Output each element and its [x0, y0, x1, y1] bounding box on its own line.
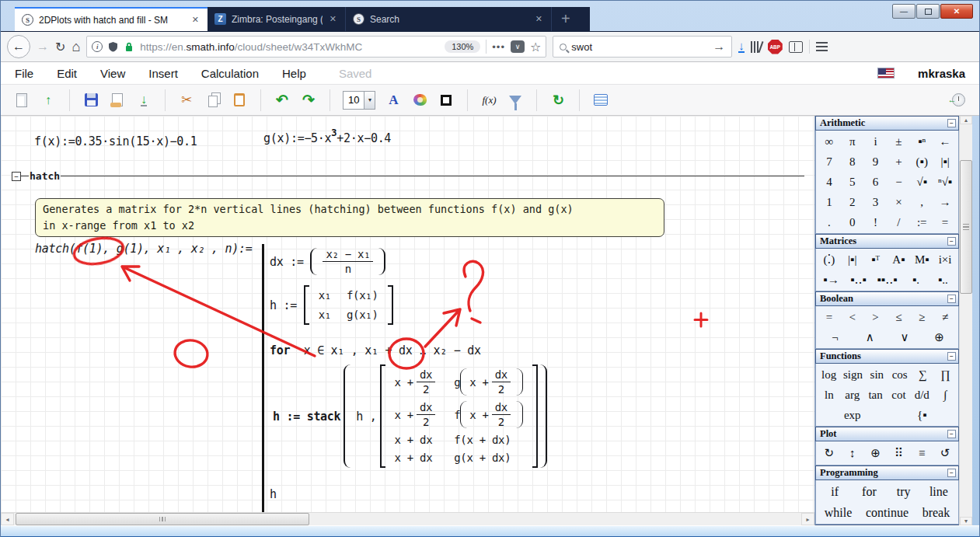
- palette-button[interactable]: ∑: [914, 368, 931, 382]
- palette-button[interactable]: 6: [867, 175, 884, 190]
- download-button[interactable]: ↓: [135, 92, 152, 109]
- library-icon[interactable]: [751, 41, 762, 53]
- border-button[interactable]: [438, 92, 455, 109]
- palette-button[interactable]: ⊕: [931, 330, 948, 345]
- redo-button[interactable]: ↷: [300, 92, 317, 109]
- collapse-icon[interactable]: −: [947, 469, 956, 477]
- palette-button[interactable]: line: [929, 484, 948, 500]
- menu-edit[interactable]: Edit: [57, 67, 77, 80]
- recalculate-button[interactable]: ↻: [549, 92, 567, 109]
- palette-button[interactable]: ▪→: [823, 273, 840, 288]
- page-actions-icon[interactable]: •••: [492, 41, 505, 53]
- tracking-shield-icon[interactable]: [108, 41, 118, 52]
- palette-button[interactable]: 5: [844, 175, 861, 190]
- tab-smath-sheet[interactable]: S 2DPlots with hatch and fill - SM ✕: [15, 7, 208, 31]
- font-color-button[interactable]: A: [385, 92, 402, 109]
- palette-button[interactable]: (▪): [913, 155, 930, 169]
- palette-button[interactable]: for: [860, 484, 877, 500]
- collapse-icon[interactable]: −: [947, 352, 956, 361]
- palette-button[interactable]: ∏: [936, 368, 954, 382]
- share-button[interactable]: [109, 92, 126, 109]
- palette-button[interactable]: if: [826, 484, 843, 500]
- palette-button[interactable]: ∧: [861, 330, 878, 345]
- horizontal-scrollbar[interactable]: ◂ ▸: [1, 512, 814, 525]
- tab-close-icon[interactable]: ✕: [328, 14, 338, 24]
- palette-button[interactable]: 4: [821, 175, 838, 190]
- menu-hamburger-icon[interactable]: [816, 42, 828, 51]
- https-lock-icon[interactable]: [124, 41, 134, 52]
- palette-button[interactable]: ▪..: [934, 273, 951, 288]
- palette-button[interactable]: >: [867, 310, 884, 325]
- palette-button[interactable]: ∞: [821, 134, 838, 149]
- palette-button[interactable]: sin: [868, 368, 885, 382]
- url-bar[interactable]: i https://en.smath.info/cloud/sheet/w34T…: [86, 36, 546, 58]
- maximize-button[interactable]: [916, 4, 940, 19]
- language-flag-icon[interactable]: [877, 68, 895, 78]
- palette-button[interactable]: arg: [844, 388, 861, 403]
- equation-g-definition[interactable]: g(x):=−5·x3+2·x−0.4: [263, 131, 391, 145]
- tab-zimbra[interactable]: Z Zimbra: Posteingang (3852) ✕: [208, 7, 346, 31]
- palette-button[interactable]: ∨: [896, 330, 913, 345]
- tab-close-icon[interactable]: ✕: [534, 14, 544, 24]
- function-button[interactable]: f(x): [480, 92, 497, 109]
- minimize-button[interactable]: —: [892, 4, 915, 19]
- paste-button[interactable]: [231, 92, 248, 109]
- palette-button[interactable]: :=: [913, 215, 930, 230]
- scroll-up-icon[interactable]: ▴: [960, 116, 972, 124]
- palette-button[interactable]: ±: [890, 134, 907, 149]
- palette-button[interactable]: try: [895, 484, 912, 500]
- tab-close-icon[interactable]: ✕: [190, 15, 201, 25]
- palette-button[interactable]: !: [867, 215, 884, 230]
- palette-button[interactable]: ,: [913, 195, 930, 210]
- filter-button[interactable]: [507, 92, 524, 109]
- palette-button[interactable]: ∫: [936, 388, 954, 403]
- palette-button[interactable]: 9: [867, 155, 884, 169]
- history-button[interactable]: [950, 92, 967, 109]
- dropdown-arrow-icon[interactable]: ▾: [364, 92, 375, 109]
- palette-button[interactable]: tan: [867, 388, 884, 403]
- palette-button[interactable]: (⁚): [821, 253, 838, 267]
- hatch-function-signature[interactable]: hatch(f(1), g(1), x₁ , x₂ , n):=: [35, 242, 252, 256]
- palette-button[interactable]: −: [890, 175, 907, 190]
- save-button[interactable]: [82, 92, 99, 109]
- palette-button[interactable]: ⁿ√▪: [936, 175, 954, 190]
- palette-button[interactable]: 3: [867, 195, 884, 210]
- menu-file[interactable]: File: [15, 67, 33, 80]
- zoom-level-badge[interactable]: 130%: [445, 40, 480, 53]
- palette-button[interactable]: i×i: [936, 253, 954, 267]
- palette-button[interactable]: |▪|: [844, 253, 861, 267]
- palette-button[interactable]: cot: [890, 388, 907, 403]
- palette-button[interactable]: .: [821, 215, 838, 230]
- palette-button[interactable]: M▪: [913, 253, 930, 267]
- reload-button[interactable]: ↻: [55, 40, 65, 54]
- adblock-plus-icon[interactable]: ABP: [768, 40, 783, 54]
- palette-button[interactable]: |▪|: [936, 155, 954, 169]
- palette-button[interactable]: ≡: [913, 446, 930, 461]
- palette-button[interactable]: ▪ᵀ: [867, 253, 884, 267]
- palette-button[interactable]: +: [890, 155, 907, 169]
- for-loop-line[interactable]: for x ∈ x₁ , x₁ + dx ‥ x₂ − dx: [270, 343, 481, 357]
- return-value-h[interactable]: h: [270, 487, 277, 501]
- equation-f-definition[interactable]: f(x):=0.35·sin(15·x)−0.1: [34, 134, 197, 148]
- downloads-icon[interactable]: ↓: [738, 40, 745, 53]
- palette-button[interactable]: ≤: [890, 310, 907, 325]
- collapse-icon[interactable]: −: [947, 430, 956, 438]
- palette-button[interactable]: ⊕: [867, 446, 884, 461]
- menu-view[interactable]: View: [100, 67, 125, 80]
- palette-button[interactable]: ln: [821, 388, 838, 403]
- palette-button[interactable]: continue: [866, 505, 909, 521]
- collapse-icon[interactable]: −: [947, 237, 956, 246]
- palette-button[interactable]: sign: [843, 368, 863, 382]
- palette-button[interactable]: 0: [844, 215, 861, 230]
- palette-button[interactable]: break: [922, 505, 950, 521]
- palette-button[interactable]: ↺: [936, 446, 954, 461]
- palette-button[interactable]: ↻: [821, 446, 838, 461]
- palette-button[interactable]: d/d: [913, 388, 930, 403]
- scroll-left-icon[interactable]: ◂: [1, 513, 14, 525]
- forward-button[interactable]: →: [37, 40, 49, 54]
- palette-button[interactable]: ⠿: [890, 446, 907, 461]
- palette-button[interactable]: {▪: [913, 408, 930, 423]
- background-color-button[interactable]: [411, 92, 428, 109]
- palette-button[interactable]: 1: [821, 195, 838, 210]
- font-size-select[interactable]: 10 ▾: [343, 91, 375, 110]
